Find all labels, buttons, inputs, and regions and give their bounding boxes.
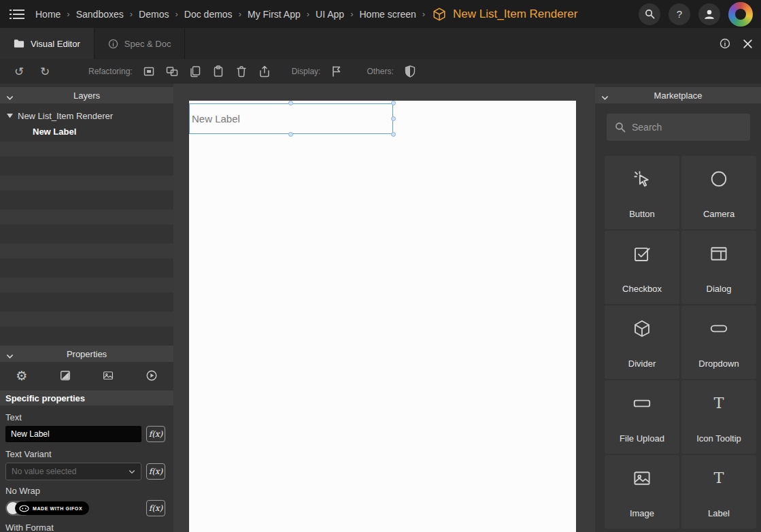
chevron-right-icon: › bbox=[422, 9, 425, 19]
marketplace-item-label: Dialog bbox=[681, 284, 756, 294]
checkbox-icon bbox=[605, 244, 679, 264]
tab-spec-doc[interactable]: Spec & Doc bbox=[95, 28, 186, 59]
marketplace-item-dialog[interactable]: Dialog bbox=[681, 231, 756, 304]
style-contrast-icon[interactable] bbox=[55, 367, 75, 384]
refactor-wrap-icon[interactable] bbox=[142, 65, 156, 78]
image-icon bbox=[605, 468, 679, 488]
shield-icon[interactable] bbox=[403, 65, 417, 78]
camera-icon bbox=[681, 169, 756, 189]
layer-item-label: New Label bbox=[33, 127, 76, 137]
properties-header: Properties bbox=[0, 346, 173, 362]
marketplace-item-label: Icon Tooltip bbox=[681, 433, 756, 444]
resize-handle-se[interactable] bbox=[391, 132, 396, 137]
breadcrumb-item[interactable]: Sandboxes bbox=[76, 9, 124, 20]
canvas-area: New Label bbox=[173, 84, 595, 532]
marketplace-search-input[interactable] bbox=[632, 122, 742, 133]
user-avatar[interactable] bbox=[698, 3, 720, 25]
specific-properties-header: Specific properties bbox=[0, 390, 173, 405]
settings-gear-icon[interactable]: ⚙ bbox=[12, 367, 32, 384]
marketplace-item-button[interactable]: Button bbox=[605, 156, 679, 229]
tabbar-actions bbox=[720, 28, 761, 59]
others-label: Others: bbox=[367, 67, 393, 76]
marketplace-item-checkbox[interactable]: Checkbox bbox=[605, 231, 679, 304]
selected-label-widget[interactable]: New Label bbox=[189, 103, 393, 134]
page-title: New List_Item Renderer bbox=[453, 7, 577, 21]
image-properties-icon[interactable] bbox=[98, 367, 118, 384]
no-wrap-toggle-area: MADE WITH GIFOX bbox=[5, 499, 141, 517]
search-icon bbox=[645, 9, 655, 19]
breadcrumb: Home›Sandboxes›Demos›Doc demos›My First … bbox=[35, 9, 425, 20]
delete-icon[interactable] bbox=[235, 65, 248, 78]
redo-icon[interactable]: ↻ bbox=[37, 65, 53, 79]
text-variant-select[interactable]: No value selected bbox=[5, 463, 141, 480]
help-icon: ? bbox=[677, 8, 682, 20]
copy-icon[interactable] bbox=[188, 65, 202, 78]
help-button[interactable]: ? bbox=[669, 3, 690, 25]
app-window: Home›Sandboxes›Demos›Doc demos›My First … bbox=[0, 0, 761, 532]
component-cube-icon bbox=[432, 7, 447, 22]
text-field-row: f(x) bbox=[0, 426, 173, 442]
design-canvas[interactable]: New Label bbox=[189, 101, 576, 532]
layer-row-empty bbox=[0, 278, 173, 293]
marketplace-grid: ButtonCameraCheckboxDialogDividerDropdow… bbox=[605, 156, 756, 529]
properties-tabs: ⚙ bbox=[0, 366, 173, 385]
layers-empty-rows bbox=[0, 142, 173, 327]
info-icon[interactable] bbox=[720, 38, 730, 49]
editor-toolbar: ↺ ↻ Refactoring: Display: Others: bbox=[0, 59, 761, 84]
chevron-down-icon[interactable] bbox=[6, 351, 14, 361]
resize-handle-s[interactable] bbox=[288, 132, 293, 137]
text-input[interactable] bbox=[5, 426, 141, 442]
marketplace-title: Marketplace bbox=[654, 90, 703, 101]
chevron-down-icon[interactable] bbox=[6, 93, 14, 103]
tab-visual-editor[interactable]: Visual Editor bbox=[0, 28, 95, 59]
breadcrumb-item[interactable]: UI App bbox=[316, 9, 344, 20]
refactor-reparent-icon[interactable] bbox=[165, 65, 179, 78]
fx-button[interactable]: f(x) bbox=[146, 426, 165, 442]
button-cursor-icon bbox=[605, 169, 679, 189]
no-wrap-row: MADE WITH GIFOX f(x) bbox=[0, 499, 173, 517]
breadcrumb-item[interactable]: Doc demos bbox=[184, 9, 233, 20]
display-borders-icon[interactable] bbox=[330, 65, 343, 78]
label-widget-text: New Label bbox=[192, 113, 240, 124]
breadcrumb-item[interactable]: Home bbox=[35, 9, 61, 20]
resize-handle-n[interactable] bbox=[288, 101, 293, 105]
marketplace-item-divider[interactable]: Divider bbox=[605, 305, 679, 379]
marketplace-item-label[interactable]: TLabel bbox=[681, 455, 756, 529]
breadcrumb-item[interactable]: My First App bbox=[248, 9, 301, 20]
layer-item-selected[interactable]: New Label bbox=[0, 124, 173, 139]
marketplace-item-camera[interactable]: Camera bbox=[681, 156, 756, 229]
close-icon[interactable] bbox=[743, 39, 753, 49]
editor-tabbar: Visual Editor Spec & Doc bbox=[0, 28, 761, 59]
file-upload-icon bbox=[605, 393, 679, 414]
breadcrumb-item[interactable]: Demos bbox=[139, 9, 169, 20]
properties-title: Properties bbox=[67, 349, 107, 359]
search-button[interactable] bbox=[639, 3, 660, 25]
expand-triangle-icon[interactable] bbox=[7, 114, 13, 118]
marketplace-item-image[interactable]: Image bbox=[605, 455, 679, 529]
resize-handle-ne[interactable] bbox=[391, 101, 396, 105]
marketplace-item-label: Checkbox bbox=[605, 284, 679, 294]
marketplace-item-label: Camera bbox=[681, 209, 756, 219]
marketplace-item-label: File Upload bbox=[605, 433, 679, 444]
actions-play-icon[interactable] bbox=[141, 367, 162, 384]
resize-handle-e[interactable] bbox=[391, 116, 396, 121]
fx-button[interactable]: f(x) bbox=[146, 463, 165, 480]
chevron-down-icon bbox=[129, 469, 135, 474]
breadcrumb-item[interactable]: Home screen bbox=[359, 9, 416, 20]
layer-item-root[interactable]: New List_Item Renderer bbox=[0, 107, 173, 124]
marketplace-item-label: Image bbox=[605, 508, 679, 518]
menu-icon[interactable] bbox=[8, 7, 26, 21]
layer-row-empty bbox=[0, 210, 173, 225]
no-wrap-label: No Wrap bbox=[5, 486, 173, 497]
fx-button[interactable]: f(x) bbox=[146, 500, 165, 516]
label-icon: T bbox=[681, 468, 756, 488]
topbar-actions: ? bbox=[639, 2, 753, 27]
export-icon[interactable] bbox=[258, 65, 271, 78]
undo-icon[interactable]: ↺ bbox=[11, 65, 27, 79]
marketplace-item-icon-tooltip[interactable]: TIcon Tooltip bbox=[681, 380, 756, 454]
marketplace-item-file-upload[interactable]: File Upload bbox=[605, 380, 679, 454]
chevron-down-icon[interactable] bbox=[601, 93, 609, 103]
paste-icon[interactable] bbox=[212, 65, 225, 78]
app-logo[interactable] bbox=[728, 2, 753, 27]
marketplace-item-dropdown[interactable]: Dropdown bbox=[681, 305, 756, 379]
